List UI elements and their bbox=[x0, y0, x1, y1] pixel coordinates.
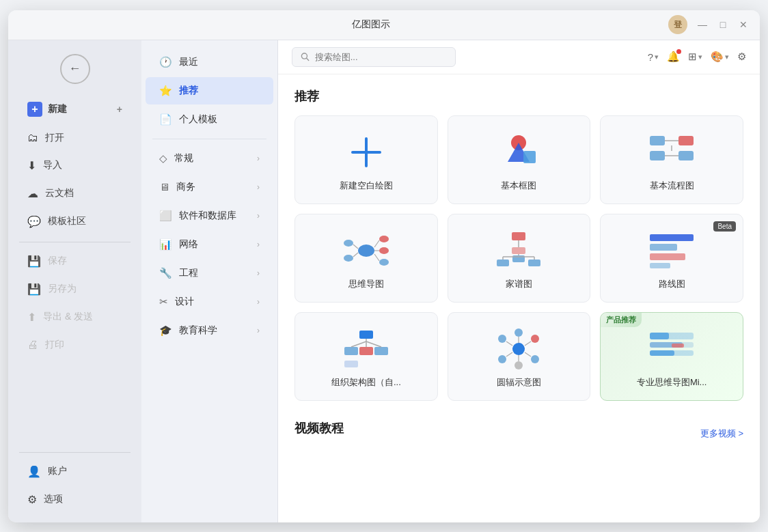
search-box[interactable] bbox=[292, 47, 456, 67]
recent-label: 最近 bbox=[179, 56, 198, 68]
template-card-new-blank[interactable]: 新建空白绘图 bbox=[294, 115, 438, 204]
close-button[interactable]: ✕ bbox=[738, 19, 749, 30]
import-icon: ⬇ bbox=[27, 159, 36, 172]
help-button[interactable]: ? ▾ bbox=[648, 51, 659, 63]
sidebar-item-saveas: 💾 另存为 bbox=[14, 276, 136, 303]
sidebar-item-account[interactable]: 👤 账户 bbox=[14, 458, 136, 485]
nav-item-education[interactable]: 🎓 教育科学 › bbox=[146, 317, 273, 344]
section-title: 推荐 bbox=[294, 88, 743, 104]
svg-rect-62 bbox=[650, 333, 669, 339]
template-card-roadmap[interactable]: Beta 路线图 bbox=[600, 214, 743, 303]
nav-item-network[interactable]: 📊 网络 › bbox=[146, 231, 273, 258]
svg-point-17 bbox=[379, 236, 389, 242]
maximize-button[interactable]: □ bbox=[717, 19, 728, 30]
theme-button[interactable]: 🎨 ▾ bbox=[711, 51, 729, 63]
design-label: 设计 bbox=[175, 296, 194, 308]
template-preview-genealogy bbox=[495, 230, 543, 271]
sidebar-divider bbox=[19, 242, 131, 242]
template-card-radial[interactable]: 圆辐示意图 bbox=[448, 312, 591, 401]
svg-point-18 bbox=[379, 247, 389, 254]
chevron-icon: › bbox=[257, 211, 260, 221]
mid-nav: 🕐 最近 ⭐ 推荐 📄 个人模板 ◇ 常规 › 🖥 商务 › bbox=[141, 40, 278, 522]
nav-item-engineering[interactable]: 🔧 工程 › bbox=[146, 260, 273, 287]
options-icon: ⚙ bbox=[27, 493, 37, 506]
settings-button[interactable]: ⚙ bbox=[737, 51, 746, 63]
svg-rect-27 bbox=[497, 260, 509, 266]
template-card-pro-mindmap[interactable]: 产品推荐 专业思维导图Mi bbox=[600, 312, 743, 401]
svg-rect-38 bbox=[650, 263, 670, 268]
search-input[interactable] bbox=[315, 52, 447, 62]
export-icon: ⬆ bbox=[27, 311, 36, 324]
apps-icon: ⊞ bbox=[688, 51, 697, 63]
engineering-label: 工程 bbox=[179, 267, 198, 279]
general-icon: ◇ bbox=[159, 152, 167, 165]
search-icon bbox=[301, 52, 310, 61]
content-area: ? ▾ 🔔 ⊞ ▾ 🎨 ▾ bbox=[278, 40, 760, 522]
sidebar-item-export: ⬆ 导出 & 发送 bbox=[14, 304, 136, 331]
sidebar-item-options[interactable]: ⚙ 选项 bbox=[14, 486, 136, 513]
new-button[interactable]: + 新建 + bbox=[14, 95, 136, 124]
options-label: 选项 bbox=[44, 493, 63, 505]
education-label: 教育科学 bbox=[179, 324, 217, 337]
sidebar-item-open[interactable]: 🗂 打开 bbox=[14, 125, 136, 151]
avatar[interactable]: 登 bbox=[668, 15, 687, 34]
svg-rect-10 bbox=[678, 151, 694, 160]
nav-item-recent[interactable]: 🕐 最近 bbox=[146, 48, 273, 76]
apps-button[interactable]: ⊞ ▾ bbox=[688, 51, 702, 63]
template-label-pro-mindmap: 专业思维导图Mi... bbox=[637, 376, 707, 389]
business-label: 商务 bbox=[176, 181, 195, 193]
nav-item-design[interactable]: ✂ 设计 › bbox=[146, 288, 273, 316]
nav-item-recommend[interactable]: ⭐ 推荐 bbox=[146, 77, 273, 104]
svg-rect-9 bbox=[678, 136, 694, 145]
save-label: 保存 bbox=[48, 255, 67, 267]
title-bar: 亿图图示 登 — □ ✕ bbox=[8, 10, 760, 40]
svg-rect-67 bbox=[672, 344, 684, 348]
community-label: 模板社区 bbox=[48, 215, 86, 227]
nav-item-personal[interactable]: 📄 个人模板 bbox=[146, 106, 273, 133]
chevron-icon: › bbox=[257, 240, 260, 249]
template-card-genealogy[interactable]: 家谱图 bbox=[448, 214, 591, 303]
template-card-org-chart[interactable]: 组织架构图（自... bbox=[294, 312, 438, 401]
template-card-mindmap[interactable]: 思维导图 bbox=[294, 214, 438, 303]
template-card-basic-flow[interactable]: 基本流程图 bbox=[600, 115, 743, 204]
svg-rect-41 bbox=[359, 347, 373, 355]
template-label-mindmap: 思维导图 bbox=[348, 278, 384, 290]
left-sidebar: ← + 新建 + 🗂 打开 ⬇ 导入 ☁ 云文档 💬 模板社区 bbox=[8, 40, 141, 522]
sidebar-item-community[interactable]: 💬 模板社区 bbox=[14, 208, 136, 235]
svg-rect-6 bbox=[523, 151, 536, 163]
template-preview-basic-frame bbox=[495, 132, 543, 173]
back-button[interactable]: ← bbox=[60, 54, 90, 84]
chevron-icon: › bbox=[257, 326, 260, 335]
svg-rect-42 bbox=[374, 347, 388, 355]
minimize-button[interactable]: — bbox=[697, 19, 708, 30]
sidebar-item-import[interactable]: ⬇ 导入 bbox=[14, 152, 136, 179]
sidebar-item-cloud[interactable]: ☁ 云文档 bbox=[14, 180, 136, 207]
network-label: 网络 bbox=[179, 238, 198, 251]
recommend-icon: ⭐ bbox=[159, 85, 172, 97]
video-section-title: 视频教程 bbox=[294, 420, 344, 436]
template-preview-radial bbox=[495, 328, 543, 369]
template-preview-pro-mindmap bbox=[648, 328, 696, 369]
beta-badge: Beta bbox=[713, 221, 736, 232]
new-label: 新建 bbox=[48, 103, 67, 115]
more-videos-link[interactable]: 更多视频 > bbox=[700, 428, 743, 440]
notification-button[interactable]: 🔔 bbox=[667, 51, 680, 63]
chevron-icon: › bbox=[257, 182, 260, 192]
export-label: 导出 & 发送 bbox=[43, 311, 93, 323]
personal-icon: 📄 bbox=[159, 113, 172, 126]
community-icon: 💬 bbox=[27, 215, 41, 228]
network-icon: 📊 bbox=[159, 238, 172, 251]
engineering-icon: 🔧 bbox=[159, 267, 172, 279]
svg-point-15 bbox=[344, 240, 353, 247]
svg-point-50 bbox=[498, 355, 506, 363]
open-label: 打开 bbox=[45, 132, 64, 144]
nav-item-business[interactable]: 🖥 商务 › bbox=[146, 173, 273, 201]
nav-item-general[interactable]: ◇ 常规 › bbox=[146, 145, 273, 172]
svg-line-47 bbox=[366, 341, 381, 347]
recommend-badge: 产品推荐 bbox=[601, 313, 642, 327]
nav-item-software[interactable]: ⬜ 软件和数据库 › bbox=[146, 202, 273, 229]
settings-icon: ⚙ bbox=[737, 51, 746, 63]
apps-chevron: ▾ bbox=[698, 53, 702, 61]
svg-rect-43 bbox=[344, 361, 358, 367]
template-card-basic-frame[interactable]: 基本框图 bbox=[448, 115, 591, 204]
